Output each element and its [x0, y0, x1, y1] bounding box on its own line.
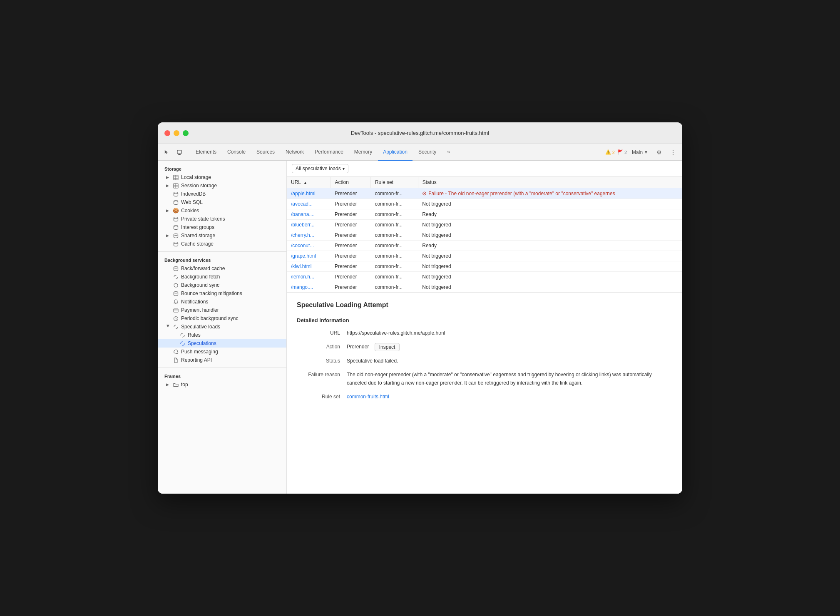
content-area: All speculative loads ▾ URL ▲ Act — [287, 161, 682, 494]
table-row[interactable]: /kiwi.htmlPrerendercommon-fr...Not trigg… — [287, 261, 682, 272]
svg-rect-7 — [174, 184, 178, 188]
sidebar-item-reporting-api[interactable]: Reporting API — [158, 356, 286, 364]
file-icon — [173, 357, 179, 363]
detail-failure-reason-value: The old non-eager prerender (with a "mod… — [347, 371, 672, 387]
db6-icon — [173, 241, 179, 247]
maximize-button[interactable] — [183, 130, 189, 136]
sidebar-label-periodic-bg-sync: Periodic background sync — [181, 315, 238, 321]
chevron-down-icon: ▶ — [166, 325, 170, 329]
col-status[interactable]: Status — [418, 177, 682, 188]
tab-application[interactable]: Application — [378, 144, 413, 161]
close-button[interactable] — [164, 130, 170, 136]
sidebar-item-indexeddb[interactable]: IndexedDB — [158, 190, 286, 198]
sidebar-item-frame-top[interactable]: ▶ top — [158, 380, 286, 389]
table-row[interactable]: /lemon.h...Prerendercommon-fr...Not trig… — [287, 272, 682, 282]
chevron-right-icon: ▶ — [166, 175, 170, 179]
tab-performance[interactable]: Performance — [310, 144, 348, 161]
sidebar: Storage ▶ Local storage ▶ Session storag… — [158, 161, 287, 494]
settings-btn[interactable]: ⚙ — [653, 147, 665, 158]
table-row[interactable]: /banana....Prerendercommon-fr...Ready — [287, 209, 682, 220]
rule-set-link[interactable]: common-fruits.html — [347, 394, 389, 400]
cell-rule-set: common-fr... — [370, 220, 418, 230]
cell-rule-set: common-fr... — [370, 188, 418, 199]
cell-url: /apple.html — [287, 188, 331, 199]
svg-point-12 — [174, 200, 178, 202]
sidebar-label-payment-handler: Payment handler — [181, 307, 219, 313]
cell-url: /cherry.h... — [287, 230, 331, 241]
svg-point-13 — [174, 217, 178, 219]
sidebar-item-payment-handler[interactable]: Payment handler — [158, 306, 286, 314]
minimize-button[interactable] — [174, 130, 179, 136]
tab-more[interactable]: » — [442, 144, 455, 161]
detail-section-title: Detailed information — [297, 317, 672, 323]
bg-services-label: Background services — [158, 255, 286, 264]
tab-elements[interactable]: Elements — [191, 144, 221, 161]
main-layout: Storage ▶ Local storage ▶ Session storag… — [158, 161, 682, 494]
svg-point-16 — [174, 242, 178, 243]
sidebar-item-background-sync[interactable]: Background sync — [158, 281, 286, 289]
cell-action: Prerender — [331, 220, 370, 230]
table-row[interactable]: /blueberr...Prerendercommon-fr...Not tri… — [287, 220, 682, 230]
col-url[interactable]: URL ▲ — [287, 177, 331, 188]
detail-row-action: Action Prerender Inspect — [297, 343, 672, 351]
table-row[interactable]: /mango....Prerendercommon-fr...Not trigg… — [287, 282, 682, 293]
filter-dropdown[interactable]: All speculative loads ▾ — [292, 164, 348, 173]
cell-url: /grape.html — [287, 251, 331, 261]
cursor-icon-btn[interactable] — [161, 147, 173, 158]
toolbar-right: ⚠️ 2 🚩 2 Main ▼ ⚙ ⋮ — [605, 147, 679, 158]
sync2-icon — [173, 282, 179, 288]
table-row[interactable]: /apple.htmlPrerendercommon-fr...⊗Failure… — [287, 188, 682, 199]
cell-action: Prerender — [331, 241, 370, 251]
table-row[interactable]: /grape.htmlPrerendercommon-fr...Not trig… — [287, 251, 682, 261]
chevron-right-icon: ▶ — [166, 209, 170, 213]
table-row[interactable]: /avocad...Prerendercommon-fr...Not trigg… — [287, 199, 682, 209]
sidebar-item-interest-groups[interactable]: Interest groups — [158, 223, 286, 231]
table-icon — [173, 174, 179, 180]
sidebar-item-speculations[interactable]: Speculations — [158, 339, 286, 348]
detail-rule-set-value: common-fruits.html — [347, 393, 672, 401]
sidebar-item-push-messaging[interactable]: Push messaging — [158, 348, 286, 356]
sidebar-item-session-storage[interactable]: ▶ Session storage — [158, 181, 286, 190]
sidebar-item-web-sql[interactable]: Web SQL — [158, 198, 286, 206]
table-row[interactable]: /cherry.h...Prerendercommon-fr...Not tri… — [287, 230, 682, 241]
svg-rect-19 — [174, 309, 178, 312]
divider-bg-services — [158, 251, 286, 252]
tab-memory[interactable]: Memory — [349, 144, 377, 161]
sidebar-item-private-state-tokens[interactable]: Private state tokens — [158, 215, 286, 223]
inspect-button[interactable]: Inspect — [375, 343, 400, 351]
main-dropdown[interactable]: Main ▼ — [629, 147, 651, 158]
sidebar-item-bounce-tracking[interactable]: Bounce tracking mitigations — [158, 289, 286, 298]
sidebar-item-cookies[interactable]: ▶ 🍪 Cookies — [158, 206, 286, 215]
db-icon — [173, 191, 179, 197]
sidebar-item-shared-storage[interactable]: ▶ Shared storage — [158, 231, 286, 240]
chevron-right-icon: ▶ — [166, 383, 170, 387]
sidebar-item-background-fetch[interactable]: Background fetch — [158, 273, 286, 281]
detail-row-rule-set: Rule set common-fruits.html — [297, 393, 672, 401]
sidebar-item-notifications[interactable]: Notifications — [158, 298, 286, 306]
sidebar-item-periodic-bg-sync[interactable]: Periodic background sync — [158, 314, 286, 323]
col-action[interactable]: Action — [331, 177, 370, 188]
toolbar-separator — [188, 148, 188, 156]
cell-action: Prerender — [331, 282, 370, 293]
cell-action: Prerender — [331, 261, 370, 272]
svg-point-14 — [174, 225, 178, 227]
storage-section-label: Storage — [158, 164, 286, 173]
db3-icon — [173, 216, 179, 222]
col-rule-set[interactable]: Rule set — [370, 177, 418, 188]
device-icon-btn[interactable] — [174, 147, 185, 158]
sidebar-item-back-forward-cache[interactable]: Back/forward cache — [158, 264, 286, 273]
cell-status: Not triggered — [418, 282, 682, 293]
tab-sources[interactable]: Sources — [251, 144, 280, 161]
sidebar-item-rules[interactable]: Rules — [158, 331, 286, 339]
tab-console[interactable]: Console — [222, 144, 251, 161]
detail-row-status: Status Speculative load failed. — [297, 357, 672, 365]
sidebar-item-speculative-loads[interactable]: ▶ Speculative loads — [158, 323, 286, 331]
sidebar-item-cache-storage[interactable]: Cache storage — [158, 240, 286, 248]
table-row[interactable]: /coconut...Prerendercommon-fr...Ready — [287, 241, 682, 251]
more-btn[interactable]: ⋮ — [667, 147, 679, 158]
db4-icon — [173, 224, 179, 230]
tab-security[interactable]: Security — [413, 144, 441, 161]
sidebar-item-local-storage[interactable]: ▶ Local storage — [158, 173, 286, 181]
tab-network[interactable]: Network — [281, 144, 309, 161]
cell-url: /banana.... — [287, 209, 331, 220]
